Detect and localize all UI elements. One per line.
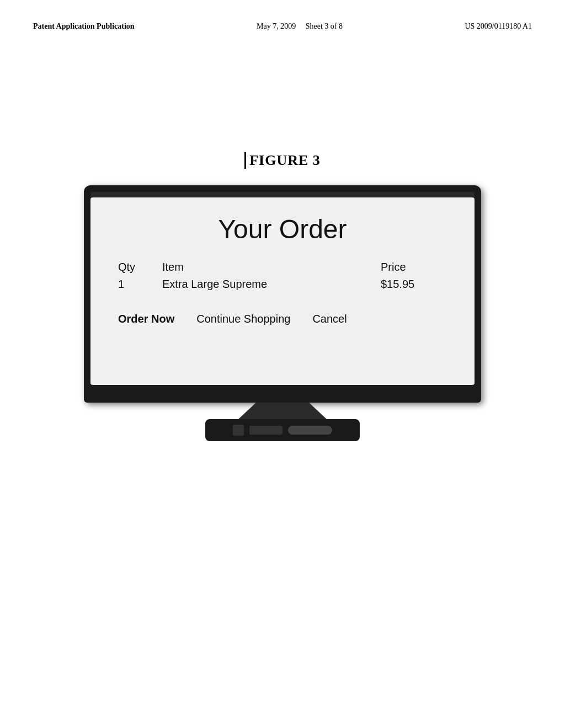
- col-header-price: Price: [381, 261, 447, 274]
- figure-title: FIGURE 3: [244, 152, 321, 169]
- col-header-item: Item: [162, 261, 381, 274]
- row-price: $15.95: [381, 278, 447, 291]
- tv-bezel-bottom: [90, 385, 475, 396]
- figure-title-area: FIGURE 3: [0, 152, 565, 169]
- publication-label: Patent Application Publication: [33, 22, 135, 31]
- tv-screen: Your Order Qty Item Price 1 Extra Large …: [90, 197, 475, 385]
- order-now-button[interactable]: Order Now: [118, 313, 174, 325]
- publication-date: May 7, 2009 Sheet 3 of 8: [257, 22, 343, 31]
- tv-container: Your Order Qty Item Price 1 Extra Large …: [84, 185, 481, 441]
- order-table: Qty Item Price 1 Extra Large Supreme $15…: [118, 261, 447, 291]
- continue-shopping-button[interactable]: Continue Shopping: [196, 313, 290, 325]
- row-qty: 1: [118, 278, 162, 291]
- cancel-button[interactable]: Cancel: [312, 313, 347, 325]
- order-actions: Order Now Continue Shopping Cancel: [118, 313, 447, 325]
- row-item: Extra Large Supreme: [162, 278, 381, 291]
- table-header: Qty Item Price: [118, 261, 447, 274]
- stand-detail-left: [233, 425, 244, 436]
- tv-monitor: Your Order Qty Item Price 1 Extra Large …: [84, 185, 481, 403]
- tv-stand-neck: [238, 403, 327, 419]
- tv-stand-base: [205, 419, 360, 441]
- table-row: 1 Extra Large Supreme $15.95: [118, 278, 447, 291]
- tv-bezel-top: [90, 192, 475, 197]
- patent-number: US 2009/0119180 A1: [465, 22, 532, 31]
- stand-cable: [288, 426, 332, 435]
- stand-detail-center: [249, 426, 282, 435]
- col-header-qty: Qty: [118, 261, 162, 274]
- screen-title: Your Order: [118, 214, 447, 244]
- patent-header: Patent Application Publication May 7, 20…: [0, 0, 565, 42]
